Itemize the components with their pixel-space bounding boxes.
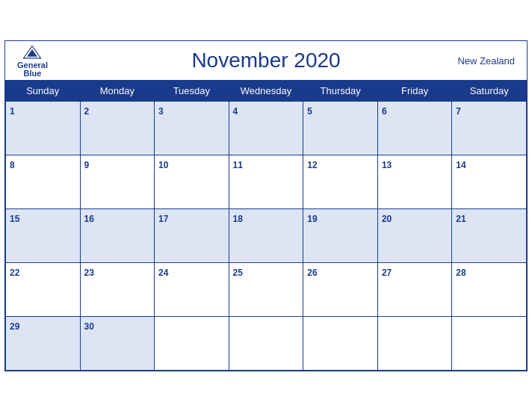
calendar-cell: 5 xyxy=(303,101,378,155)
day-number: 2 xyxy=(84,106,90,117)
calendar-cell: 7 xyxy=(452,101,527,155)
general-blue-logo-icon xyxy=(22,43,43,60)
calendar-cell xyxy=(229,316,303,370)
day-number: 19 xyxy=(307,214,317,224)
calendar-cell: 1 xyxy=(6,101,81,155)
calendar-week-row: 891011121314 xyxy=(6,155,527,208)
calendar-cell: 14 xyxy=(452,155,527,208)
header-tuesday: Tuesday xyxy=(155,80,229,101)
day-number: 29 xyxy=(10,321,19,332)
calendar-cell: 8 xyxy=(6,155,81,208)
day-number: 4 xyxy=(233,106,238,117)
calendar-header: General Blue November 2020 New Zealand xyxy=(5,41,527,80)
header-wednesday: Wednesday xyxy=(229,80,303,101)
weekday-header-row: Sunday Monday Tuesday Wednesday Thursday… xyxy=(6,80,527,101)
day-number: 9 xyxy=(84,160,90,170)
calendar-cell: 21 xyxy=(452,208,527,262)
calendar-cell: 3 xyxy=(155,101,229,155)
calendar-cell: 29 xyxy=(6,316,81,370)
calendar-cell: 20 xyxy=(377,208,451,262)
day-number: 5 xyxy=(307,106,312,117)
day-number: 30 xyxy=(84,321,94,332)
logo-area: General Blue xyxy=(17,43,48,77)
day-number: 11 xyxy=(233,160,243,170)
calendar-cell xyxy=(155,316,229,370)
calendar-cell: 28 xyxy=(452,262,527,316)
calendar-cell: 16 xyxy=(80,208,155,262)
header-saturday: Saturday xyxy=(452,80,527,101)
calendar-week-row: 22232425262728 xyxy=(6,262,527,316)
calendar-cell: 27 xyxy=(377,262,451,316)
day-number: 20 xyxy=(382,214,392,224)
day-number: 13 xyxy=(382,160,392,170)
day-number: 27 xyxy=(382,268,392,278)
header-sunday: Sunday xyxy=(6,80,81,101)
calendar-cell: 26 xyxy=(303,262,378,316)
calendar-week-row: 1234567 xyxy=(6,101,527,155)
day-number: 16 xyxy=(84,214,94,224)
calendar-cell: 19 xyxy=(303,208,378,262)
calendar-cell: 23 xyxy=(80,262,155,316)
day-number: 1 xyxy=(10,106,15,117)
day-number: 7 xyxy=(456,106,461,117)
country-label: New Zealand xyxy=(457,55,515,66)
calendar-cell: 17 xyxy=(155,208,229,262)
header-thursday: Thursday xyxy=(303,80,378,101)
calendar-cell: 18 xyxy=(229,208,303,262)
calendar-cell: 12 xyxy=(303,155,378,208)
calendar-cell xyxy=(452,316,527,370)
day-number: 6 xyxy=(382,106,387,117)
day-number: 28 xyxy=(456,268,466,278)
day-number: 12 xyxy=(307,160,317,170)
logo-blue-text: Blue xyxy=(24,69,42,77)
calendar-cell: 13 xyxy=(377,155,451,208)
day-number: 8 xyxy=(10,160,15,170)
header-monday: Monday xyxy=(80,80,155,101)
calendar-week-row: 2930 xyxy=(6,316,527,370)
day-number: 23 xyxy=(84,268,94,278)
day-number: 22 xyxy=(10,268,19,278)
calendar-cell: 11 xyxy=(229,155,303,208)
header-friday: Friday xyxy=(377,80,451,101)
day-number: 15 xyxy=(10,214,19,224)
month-title: November 2020 xyxy=(191,49,340,72)
day-number: 17 xyxy=(158,214,168,224)
day-number: 21 xyxy=(456,214,466,224)
calendar-cell: 24 xyxy=(155,262,229,316)
calendar-week-row: 15161718192021 xyxy=(6,208,527,262)
calendar-cell: 4 xyxy=(229,101,303,155)
calendar: General Blue November 2020 New Zealand S… xyxy=(4,40,528,371)
calendar-cell: 10 xyxy=(155,155,229,208)
day-number: 25 xyxy=(233,268,243,278)
day-number: 3 xyxy=(158,106,164,117)
calendar-cell: 30 xyxy=(80,316,155,370)
calendar-cell xyxy=(303,316,378,370)
calendar-cell: 25 xyxy=(229,262,303,316)
calendar-cell: 2 xyxy=(80,101,155,155)
day-number: 24 xyxy=(158,268,168,278)
calendar-cell: 22 xyxy=(6,262,81,316)
day-number: 26 xyxy=(307,268,317,278)
calendar-cell: 9 xyxy=(80,155,155,208)
calendar-cell: 6 xyxy=(377,101,451,155)
calendar-cell: 15 xyxy=(6,208,81,262)
day-number: 10 xyxy=(158,160,168,170)
calendar-table: Sunday Monday Tuesday Wednesday Thursday… xyxy=(5,80,527,371)
calendar-cell xyxy=(377,316,451,370)
day-number: 18 xyxy=(233,214,243,224)
day-number: 14 xyxy=(456,160,466,170)
